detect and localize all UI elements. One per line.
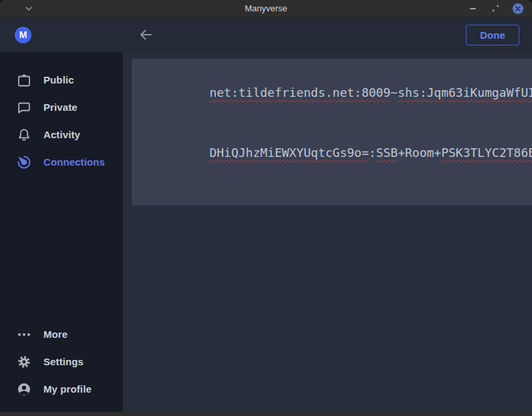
bulletin-board-icon [16, 72, 32, 88]
invite-text-segment: SSB [376, 146, 398, 160]
arrow-left-icon [138, 27, 153, 42]
sidebar-item-public[interactable]: Public [0, 66, 123, 93]
sidebar-item-label: Settings [43, 356, 84, 367]
sidebar-item-activity[interactable]: Activity [0, 121, 123, 148]
restore-icon [492, 5, 499, 12]
sidebar-item-label: Private [43, 101, 78, 113]
manyverse-logo-icon: M [15, 27, 31, 43]
sidebar-item-label: Public [43, 74, 74, 85]
dots-horizontal-icon [16, 327, 32, 343]
minimize-button[interactable] [467, 3, 479, 15]
manyverse-window: Manyverse M [0, 0, 532, 416]
sidebar-item-label: Activity [43, 129, 80, 140]
bell-icon [16, 127, 32, 143]
window-bottom-frame [0, 412, 532, 416]
invite-text-segment: net:tildefriends.net:8009 [209, 85, 390, 99]
sidebar-item-settings[interactable]: Settings [0, 348, 123, 375]
sidebar-item-more[interactable]: More [0, 321, 123, 348]
invite-text-segment: PSK3TLYC2T86EHQCUHBU [441, 146, 532, 160]
restore-button[interactable] [489, 3, 501, 15]
sidebar-item-label: Connections [43, 156, 105, 168]
window-menu-chevron-icon[interactable] [23, 3, 35, 15]
close-icon [513, 3, 523, 14]
account-circle-icon [16, 381, 32, 397]
invite-text-line: net:tildefriends.net:8009~shs:Jqm63iKumg… [137, 63, 532, 123]
logo-letter: M [19, 29, 27, 40]
done-button[interactable]: Done [466, 25, 519, 45]
main-content: net:tildefriends.net:8009~shs:Jqm63iKumg… [123, 52, 532, 412]
sidebar: Public Private Activity [0, 52, 123, 412]
os-titlebar: Manyverse [0, 0, 532, 17]
invite-text-segment: : [369, 146, 376, 160]
invite-text-segment: DHiQJhzMiEWXYUqtcGs9o= [209, 146, 368, 160]
app-header: M Done [0, 17, 532, 52]
sidebar-item-label: More [43, 329, 68, 340]
back-button[interactable] [136, 25, 156, 45]
close-button[interactable] [512, 3, 524, 15]
minimize-icon [470, 8, 476, 9]
sidebar-spacer [0, 176, 123, 321]
sidebar-item-private[interactable]: Private [0, 93, 123, 121]
sidebar-item-connections[interactable]: Connections [0, 148, 123, 176]
message-icon [16, 99, 32, 116]
connections-dial-icon [16, 154, 32, 170]
invite-text-line: HASCASE18JBV24= [137, 183, 532, 206]
invite-text-line: DHiQJhzMiEWXYUqtcGs9o=:SSB+Room+PSK3TLYC… [137, 123, 532, 183]
invite-text-segment: shs:Jqm63iKumgaWfUI6mXtmQC [398, 85, 532, 99]
sidebar-item-label: My profile [43, 383, 92, 395]
window-title: Manyverse [0, 3, 532, 13]
invite-code-input[interactable]: net:tildefriends.net:8009~shs:Jqm63iKumg… [132, 59, 532, 206]
invite-text-segment: ~ [390, 85, 398, 99]
gear-icon [16, 354, 32, 370]
invite-text-segment: +Room+ [398, 146, 441, 160]
sidebar-item-my-profile[interactable]: My profile [0, 375, 123, 403]
